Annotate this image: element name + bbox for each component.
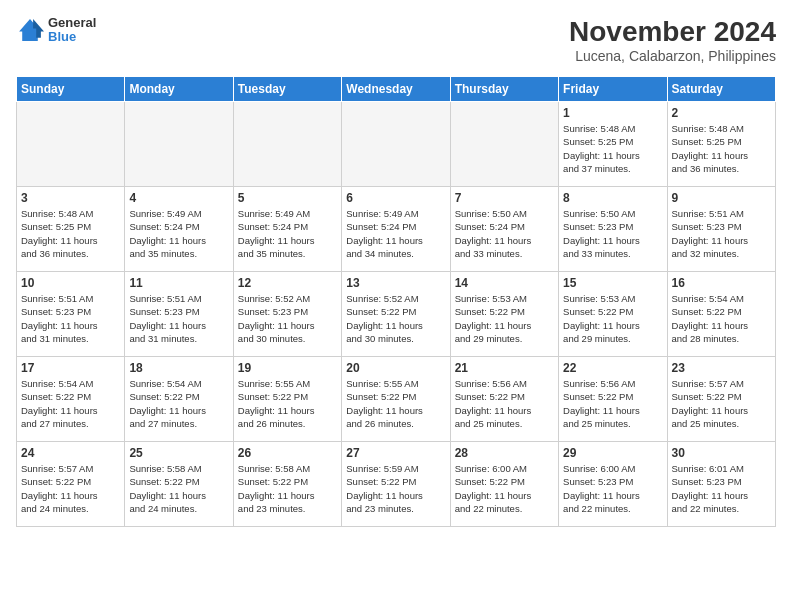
day-number: 24 bbox=[21, 446, 120, 460]
calendar-cell: 4Sunrise: 5:49 AM Sunset: 5:24 PM Daylig… bbox=[125, 187, 233, 272]
day-number: 20 bbox=[346, 361, 445, 375]
calendar-cell: 23Sunrise: 5:57 AM Sunset: 5:22 PM Dayli… bbox=[667, 357, 775, 442]
calendar-cell: 25Sunrise: 5:58 AM Sunset: 5:22 PM Dayli… bbox=[125, 442, 233, 527]
calendar-cell: 28Sunrise: 6:00 AM Sunset: 5:22 PM Dayli… bbox=[450, 442, 558, 527]
day-number: 8 bbox=[563, 191, 662, 205]
day-info: Sunrise: 5:49 AM Sunset: 5:24 PM Dayligh… bbox=[238, 207, 337, 260]
day-info: Sunrise: 6:00 AM Sunset: 5:23 PM Dayligh… bbox=[563, 462, 662, 515]
day-info: Sunrise: 5:57 AM Sunset: 5:22 PM Dayligh… bbox=[672, 377, 771, 430]
day-info: Sunrise: 6:01 AM Sunset: 5:23 PM Dayligh… bbox=[672, 462, 771, 515]
calendar-cell: 1Sunrise: 5:48 AM Sunset: 5:25 PM Daylig… bbox=[559, 102, 667, 187]
day-info: Sunrise: 5:51 AM Sunset: 5:23 PM Dayligh… bbox=[672, 207, 771, 260]
day-info: Sunrise: 5:48 AM Sunset: 5:25 PM Dayligh… bbox=[672, 122, 771, 175]
calendar-cell: 21Sunrise: 5:56 AM Sunset: 5:22 PM Dayli… bbox=[450, 357, 558, 442]
weekday-header-wednesday: Wednesday bbox=[342, 77, 450, 102]
day-info: Sunrise: 5:50 AM Sunset: 5:24 PM Dayligh… bbox=[455, 207, 554, 260]
day-number: 5 bbox=[238, 191, 337, 205]
day-info: Sunrise: 5:55 AM Sunset: 5:22 PM Dayligh… bbox=[238, 377, 337, 430]
calendar-cell bbox=[450, 102, 558, 187]
day-info: Sunrise: 6:00 AM Sunset: 5:22 PM Dayligh… bbox=[455, 462, 554, 515]
weekday-header-saturday: Saturday bbox=[667, 77, 775, 102]
day-info: Sunrise: 5:55 AM Sunset: 5:22 PM Dayligh… bbox=[346, 377, 445, 430]
day-info: Sunrise: 5:51 AM Sunset: 5:23 PM Dayligh… bbox=[21, 292, 120, 345]
day-info: Sunrise: 5:54 AM Sunset: 5:22 PM Dayligh… bbox=[672, 292, 771, 345]
logo: General Blue bbox=[16, 16, 96, 45]
page-header: General Blue November 2024 Lucena, Calab… bbox=[16, 16, 776, 64]
day-number: 1 bbox=[563, 106, 662, 120]
day-info: Sunrise: 5:54 AM Sunset: 5:22 PM Dayligh… bbox=[129, 377, 228, 430]
day-number: 15 bbox=[563, 276, 662, 290]
day-info: Sunrise: 5:57 AM Sunset: 5:22 PM Dayligh… bbox=[21, 462, 120, 515]
weekday-header-row: SundayMondayTuesdayWednesdayThursdayFrid… bbox=[17, 77, 776, 102]
day-info: Sunrise: 5:51 AM Sunset: 5:23 PM Dayligh… bbox=[129, 292, 228, 345]
calendar-cell: 2Sunrise: 5:48 AM Sunset: 5:25 PM Daylig… bbox=[667, 102, 775, 187]
week-row-3: 17Sunrise: 5:54 AM Sunset: 5:22 PM Dayli… bbox=[17, 357, 776, 442]
calendar-cell: 10Sunrise: 5:51 AM Sunset: 5:23 PM Dayli… bbox=[17, 272, 125, 357]
day-info: Sunrise: 5:49 AM Sunset: 5:24 PM Dayligh… bbox=[346, 207, 445, 260]
title-block: November 2024 Lucena, Calabarzon, Philip… bbox=[569, 16, 776, 64]
calendar-cell: 16Sunrise: 5:54 AM Sunset: 5:22 PM Dayli… bbox=[667, 272, 775, 357]
calendar-cell: 12Sunrise: 5:52 AM Sunset: 5:23 PM Dayli… bbox=[233, 272, 341, 357]
day-number: 6 bbox=[346, 191, 445, 205]
day-number: 11 bbox=[129, 276, 228, 290]
day-number: 14 bbox=[455, 276, 554, 290]
calendar-cell: 24Sunrise: 5:57 AM Sunset: 5:22 PM Dayli… bbox=[17, 442, 125, 527]
week-row-0: 1Sunrise: 5:48 AM Sunset: 5:25 PM Daylig… bbox=[17, 102, 776, 187]
calendar-title: November 2024 bbox=[569, 16, 776, 48]
logo-icon bbox=[16, 16, 44, 44]
day-number: 17 bbox=[21, 361, 120, 375]
day-number: 23 bbox=[672, 361, 771, 375]
calendar-cell bbox=[125, 102, 233, 187]
calendar-cell: 22Sunrise: 5:56 AM Sunset: 5:22 PM Dayli… bbox=[559, 357, 667, 442]
weekday-header-thursday: Thursday bbox=[450, 77, 558, 102]
day-number: 28 bbox=[455, 446, 554, 460]
day-number: 29 bbox=[563, 446, 662, 460]
weekday-header-monday: Monday bbox=[125, 77, 233, 102]
calendar-cell: 29Sunrise: 6:00 AM Sunset: 5:23 PM Dayli… bbox=[559, 442, 667, 527]
day-number: 12 bbox=[238, 276, 337, 290]
calendar-cell: 11Sunrise: 5:51 AM Sunset: 5:23 PM Dayli… bbox=[125, 272, 233, 357]
day-info: Sunrise: 5:52 AM Sunset: 5:22 PM Dayligh… bbox=[346, 292, 445, 345]
weekday-header-sunday: Sunday bbox=[17, 77, 125, 102]
day-number: 22 bbox=[563, 361, 662, 375]
day-number: 13 bbox=[346, 276, 445, 290]
calendar-cell: 13Sunrise: 5:52 AM Sunset: 5:22 PM Dayli… bbox=[342, 272, 450, 357]
calendar-cell bbox=[342, 102, 450, 187]
day-number: 16 bbox=[672, 276, 771, 290]
day-number: 25 bbox=[129, 446, 228, 460]
calendar-cell bbox=[233, 102, 341, 187]
calendar-cell: 18Sunrise: 5:54 AM Sunset: 5:22 PM Dayli… bbox=[125, 357, 233, 442]
calendar-cell: 20Sunrise: 5:55 AM Sunset: 5:22 PM Dayli… bbox=[342, 357, 450, 442]
day-number: 19 bbox=[238, 361, 337, 375]
day-info: Sunrise: 5:58 AM Sunset: 5:22 PM Dayligh… bbox=[129, 462, 228, 515]
day-info: Sunrise: 5:56 AM Sunset: 5:22 PM Dayligh… bbox=[563, 377, 662, 430]
calendar-cell: 6Sunrise: 5:49 AM Sunset: 5:24 PM Daylig… bbox=[342, 187, 450, 272]
day-info: Sunrise: 5:53 AM Sunset: 5:22 PM Dayligh… bbox=[563, 292, 662, 345]
day-info: Sunrise: 5:52 AM Sunset: 5:23 PM Dayligh… bbox=[238, 292, 337, 345]
week-row-2: 10Sunrise: 5:51 AM Sunset: 5:23 PM Dayli… bbox=[17, 272, 776, 357]
day-info: Sunrise: 5:48 AM Sunset: 5:25 PM Dayligh… bbox=[563, 122, 662, 175]
calendar-cell: 19Sunrise: 5:55 AM Sunset: 5:22 PM Dayli… bbox=[233, 357, 341, 442]
day-number: 2 bbox=[672, 106, 771, 120]
logo-line2: Blue bbox=[48, 30, 96, 44]
calendar-table: SundayMondayTuesdayWednesdayThursdayFrid… bbox=[16, 76, 776, 527]
calendar-cell: 26Sunrise: 5:58 AM Sunset: 5:22 PM Dayli… bbox=[233, 442, 341, 527]
day-number: 3 bbox=[21, 191, 120, 205]
logo-line1: General bbox=[48, 16, 96, 30]
calendar-cell: 7Sunrise: 5:50 AM Sunset: 5:24 PM Daylig… bbox=[450, 187, 558, 272]
week-row-1: 3Sunrise: 5:48 AM Sunset: 5:25 PM Daylig… bbox=[17, 187, 776, 272]
logo-text: General Blue bbox=[48, 16, 96, 45]
weekday-header-tuesday: Tuesday bbox=[233, 77, 341, 102]
day-info: Sunrise: 5:59 AM Sunset: 5:22 PM Dayligh… bbox=[346, 462, 445, 515]
day-info: Sunrise: 5:49 AM Sunset: 5:24 PM Dayligh… bbox=[129, 207, 228, 260]
day-number: 18 bbox=[129, 361, 228, 375]
day-number: 7 bbox=[455, 191, 554, 205]
day-info: Sunrise: 5:58 AM Sunset: 5:22 PM Dayligh… bbox=[238, 462, 337, 515]
calendar-cell: 5Sunrise: 5:49 AM Sunset: 5:24 PM Daylig… bbox=[233, 187, 341, 272]
calendar-cell: 8Sunrise: 5:50 AM Sunset: 5:23 PM Daylig… bbox=[559, 187, 667, 272]
day-number: 27 bbox=[346, 446, 445, 460]
day-info: Sunrise: 5:54 AM Sunset: 5:22 PM Dayligh… bbox=[21, 377, 120, 430]
calendar-cell: 30Sunrise: 6:01 AM Sunset: 5:23 PM Dayli… bbox=[667, 442, 775, 527]
calendar-cell: 17Sunrise: 5:54 AM Sunset: 5:22 PM Dayli… bbox=[17, 357, 125, 442]
day-number: 30 bbox=[672, 446, 771, 460]
